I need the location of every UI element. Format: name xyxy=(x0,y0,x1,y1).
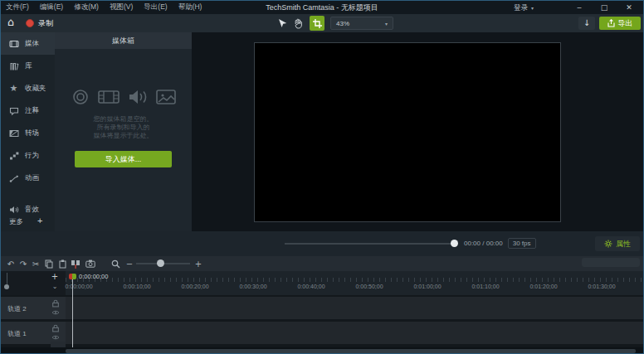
track-header[interactable]: 轨道 2 xyxy=(1,297,66,319)
track-lane[interactable] xyxy=(66,322,643,344)
camtasia-window: 文件(F) 编辑(E) 修改(M) 视图(V) 导出(E) 帮助(H) Tech… xyxy=(0,0,644,354)
split-button[interactable] xyxy=(70,258,81,269)
menu-modify[interactable]: 修改(M) xyxy=(74,2,99,12)
window-title: TechSmith Camtasia - 无标题项目 xyxy=(266,1,378,14)
sidebar-item-annotations[interactable]: 注释 xyxy=(1,99,55,122)
media-bin-header: 媒体箱 xyxy=(55,32,192,49)
track-lane[interactable] xyxy=(66,297,643,319)
paste-button[interactable] xyxy=(56,258,68,269)
cursor-tool-button[interactable] xyxy=(276,17,289,30)
menu-help[interactable]: 帮助(H) xyxy=(178,2,202,12)
media-icon xyxy=(8,38,19,49)
scrubber-track[interactable] xyxy=(285,243,456,245)
menu-edit[interactable]: 编辑(E) xyxy=(40,2,63,12)
ruler-tick-label: 0:00:30;00 xyxy=(239,284,266,289)
sidebar-item-library[interactable]: 库 xyxy=(1,55,55,77)
sidebar-item-transitions[interactable]: 转场 xyxy=(1,122,55,144)
timeline-tracks: 轨道 2 轨道 1 xyxy=(1,295,643,347)
properties-label: 属性 xyxy=(616,239,631,250)
screenshot-button[interactable] xyxy=(85,258,96,269)
sign-in-button[interactable]: 登录▾ xyxy=(514,1,534,15)
maximize-button[interactable]: □ xyxy=(592,1,617,14)
download-button[interactable]: ↓ xyxy=(578,17,595,30)
record-button[interactable]: 录制 xyxy=(26,17,53,30)
lock-icon[interactable] xyxy=(51,324,60,332)
cursor-arrow-icon xyxy=(277,18,287,29)
cut-button[interactable]: ✂ xyxy=(30,258,41,269)
menu-export[interactable]: 导出(E) xyxy=(144,2,167,12)
empty-text-line: 您的媒体箱是空的。 xyxy=(55,115,192,124)
sidebar-item-media[interactable]: 媒体 xyxy=(1,32,55,55)
sidebar-item-label: 注释 xyxy=(25,106,39,116)
pan-tool-button[interactable] xyxy=(291,17,305,30)
eye-icon[interactable] xyxy=(51,333,60,342)
more-button[interactable]: 更多 xyxy=(9,217,23,227)
minimize-button[interactable]: – xyxy=(567,1,592,14)
sidebar-item-favorites[interactable]: ★ 收藏夹 xyxy=(1,77,55,99)
properties-button[interactable]: 属性 xyxy=(595,236,640,251)
fps-display[interactable]: 30 fps xyxy=(508,238,536,249)
hand-icon xyxy=(293,18,303,29)
preview-stage[interactable] xyxy=(254,42,561,222)
home-icon[interactable]: ⌂ xyxy=(7,16,14,28)
add-track-button[interactable]: + xyxy=(48,272,61,282)
export-button[interactable]: 导出 xyxy=(599,17,641,30)
track-row-1: 轨道 1 xyxy=(1,322,643,344)
behaviors-icon xyxy=(8,150,19,161)
import-media-button[interactable]: 导入媒体... xyxy=(75,151,172,167)
transition-icon xyxy=(8,128,19,138)
timeline-zoom-button[interactable] xyxy=(110,258,121,269)
sidebar-item-animations[interactable]: 动画 xyxy=(1,167,55,189)
zoom-out-button[interactable]: − xyxy=(124,258,135,269)
camera-icon xyxy=(85,259,95,268)
library-icon xyxy=(8,61,19,71)
scrubber-handle[interactable] xyxy=(451,240,458,247)
menu-file[interactable]: 文件(F) xyxy=(6,2,29,12)
track-height-knob[interactable] xyxy=(4,284,9,289)
tools-sidebar: 媒体 库 ★ 收藏夹 注释 转场 xyxy=(1,32,55,231)
close-button[interactable]: ✕ xyxy=(617,1,642,14)
image-icon xyxy=(156,89,176,105)
collapse-tracks-button[interactable]: ⌄ xyxy=(48,283,61,293)
ruler-tick-label: 0:00:50;00 xyxy=(355,284,383,289)
sidebar-footer: 更多 + xyxy=(1,213,55,231)
sidebar-spacer xyxy=(1,189,55,198)
time-display: 00:00 / 00:00 30 fps xyxy=(464,237,536,250)
sidebar-item-label: 动画 xyxy=(25,173,39,183)
animation-arrow-icon xyxy=(8,172,19,183)
preview-area xyxy=(192,32,643,231)
copy-button[interactable] xyxy=(43,258,55,269)
sidebar-item-label: 行为 xyxy=(25,151,39,161)
canvas-zoom-dropdown[interactable]: 43% ▾ xyxy=(330,17,393,30)
crop-icon xyxy=(313,19,322,28)
redo-button[interactable]: ↷ xyxy=(17,258,29,269)
horizontal-scrollbar xyxy=(1,347,643,354)
empty-text-line: 媒体将显示于此处。 xyxy=(55,132,192,140)
timeline-zoom-slider-handle[interactable] xyxy=(157,259,164,267)
ruler-tick-label: 0:01:00;00 xyxy=(413,284,441,289)
undo-button[interactable]: ↶ xyxy=(5,258,17,269)
add-tab-button[interactable]: + xyxy=(37,216,42,225)
crop-tool-button[interactable] xyxy=(310,16,324,31)
star-icon: ★ xyxy=(8,83,19,94)
media-bin-empty-text: 您的媒体箱是空的。 所有录制和导入的 媒体将显示于此处。 xyxy=(55,115,192,140)
menu-view[interactable]: 视图(V) xyxy=(110,2,133,12)
magnifier-icon xyxy=(111,259,120,269)
track-height-slider[interactable] xyxy=(4,273,11,291)
zoom-in-button[interactable]: + xyxy=(193,258,204,269)
lock-icon[interactable] xyxy=(51,299,60,308)
sign-in-label: 登录 xyxy=(514,3,528,12)
sidebar-item-label: 媒体 xyxy=(25,39,39,49)
sidebar-item-behaviors[interactable]: 行为 xyxy=(1,144,55,167)
timeline-search-box[interactable] xyxy=(582,258,640,267)
media-bin-panel: 媒体箱 xyxy=(55,32,192,231)
ruler-tick-label: 0:01:30;00 xyxy=(588,284,615,289)
eye-icon[interactable] xyxy=(51,308,60,317)
horizontal-scrollbar-thumb[interactable] xyxy=(66,349,636,353)
menu-list: 文件(F) 编辑(E) 修改(M) 视图(V) 导出(E) 帮助(H) xyxy=(6,1,202,14)
empty-text-line: 所有录制和导入的 xyxy=(55,124,192,132)
media-bin-empty-icons xyxy=(55,89,192,105)
track-row-2: 轨道 2 xyxy=(1,297,643,319)
track-header[interactable]: 轨道 1 xyxy=(1,322,66,344)
sidebar-item-label: 库 xyxy=(25,61,32,71)
